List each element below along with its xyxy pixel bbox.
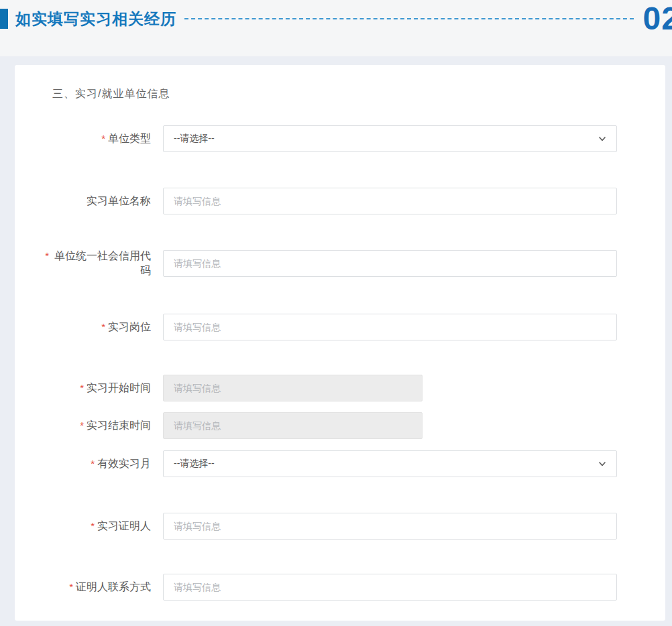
chevron-down-icon — [598, 459, 607, 468]
field-label: *实习岗位 — [15, 320, 151, 334]
field-label: *实习证明人 — [15, 519, 151, 534]
field-label: *单位统一社会信用代码 — [15, 249, 151, 278]
form-row-position: *实习岗位 — [15, 314, 665, 340]
field-label: *证明人联系方式 — [15, 580, 151, 594]
form-row-company-name: 实习单位名称 — [15, 188, 665, 214]
internship-witness-input[interactable] — [163, 513, 617, 540]
required-asterisk: * — [69, 581, 73, 592]
internship-position-input[interactable] — [163, 314, 617, 340]
required-asterisk: * — [80, 382, 84, 393]
unified-social-credit-code-input[interactable] — [163, 250, 617, 277]
form-row-witness: *实习证明人 — [15, 513, 665, 540]
header-accent-bar — [0, 9, 8, 29]
unit-type-select[interactable]: --请选择-- — [163, 125, 617, 152]
form-card: 三、实习/就业单位信息 *单位类型 --请选择-- 实习单位名称 *单位统一社会… — [15, 65, 665, 621]
select-value: --请选择-- — [174, 133, 215, 145]
required-asterisk: * — [91, 458, 95, 469]
step-number: 02 — [643, 3, 672, 35]
form-row-start-date: *实习开始时间 — [15, 375, 665, 401]
select-value: --请选择-- — [174, 458, 215, 470]
valid-internship-months-select[interactable]: --请选择-- — [163, 450, 617, 477]
field-label: *实习开始时间 — [15, 381, 151, 395]
internship-company-name-input[interactable] — [163, 188, 617, 214]
internship-start-date-input[interactable] — [163, 375, 423, 401]
field-label: *实习结束时间 — [15, 418, 151, 433]
required-asterisk: * — [101, 321, 105, 332]
page-header: 如实填写实习相关经历 02 — [0, 0, 672, 56]
field-label: *有效实习月 — [15, 456, 151, 471]
internship-end-date-input[interactable] — [163, 412, 423, 439]
chevron-down-icon — [598, 134, 607, 143]
form-row-unit-type: *单位类型 --请选择-- — [15, 125, 665, 152]
page-title: 如实填写实习相关经历 — [15, 9, 176, 29]
field-label: *单位类型 — [15, 131, 151, 146]
section-title: 三、实习/就业单位信息 — [52, 87, 665, 101]
required-asterisk: * — [101, 133, 105, 144]
required-asterisk: * — [80, 420, 84, 431]
required-asterisk: * — [91, 520, 95, 531]
required-asterisk: * — [45, 250, 49, 261]
form-row-end-date: *实习结束时间 — [15, 412, 665, 439]
form-row-witness-contact: *证明人联系方式 — [15, 574, 665, 601]
form-row-valid-months: *有效实习月 --请选择-- — [15, 450, 665, 477]
form-row-credit-code: *单位统一社会信用代码 — [15, 249, 665, 278]
witness-contact-input[interactable] — [163, 574, 617, 601]
field-label: 实习单位名称 — [15, 194, 151, 208]
dashed-divider — [184, 18, 634, 19]
